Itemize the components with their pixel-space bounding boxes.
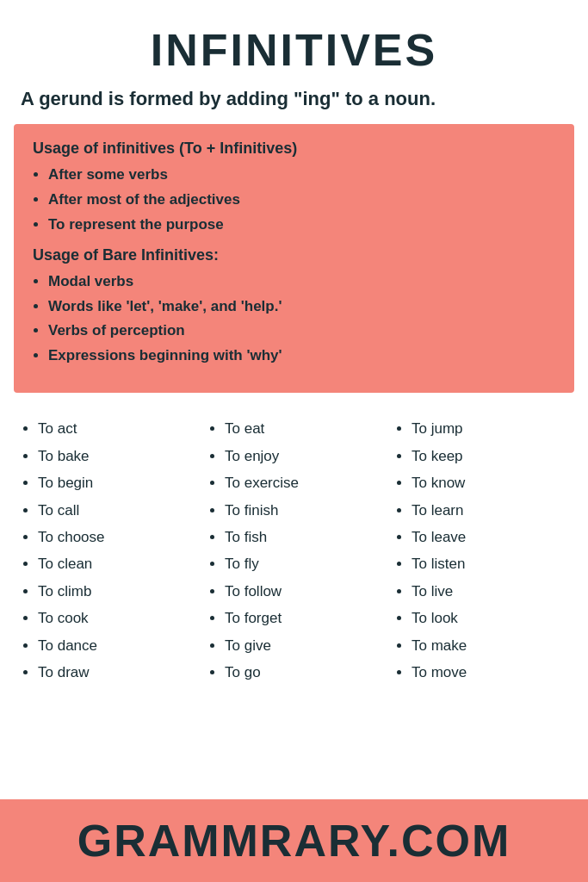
- list-item: To go: [225, 659, 381, 686]
- list-item: To fish: [225, 524, 381, 550]
- list-item: To enjoy: [225, 443, 381, 469]
- list-item: To act: [38, 415, 194, 442]
- section2-list: Modal verbs Words like 'let', 'make', an…: [48, 270, 555, 370]
- list-item: To move: [412, 659, 567, 686]
- footer-text: GRAMMRARY.COM: [17, 815, 571, 866]
- page-wrapper: INFINITIVES A gerund is formed by adding…: [0, 0, 588, 882]
- list-item: To follow: [225, 578, 381, 605]
- list-item: To keep: [412, 443, 567, 469]
- word-columns: To act To bake To begin To call To choos…: [14, 415, 574, 686]
- col1-list: To act To bake To begin To call To choos…: [38, 415, 194, 686]
- section1-list: After some verbs After most of the adjec…: [48, 163, 555, 238]
- list-item: To look: [412, 605, 567, 631]
- list-item: To make: [412, 632, 567, 659]
- list-item: To choose: [38, 524, 194, 550]
- list-item: To learn: [412, 497, 567, 524]
- list-item: To leave: [412, 524, 567, 550]
- list-item: To climb: [38, 578, 194, 605]
- list-item: To exercise: [225, 469, 381, 496]
- info-box: Usage of infinitives (To + Infinitives) …: [14, 124, 574, 393]
- list-item: To know: [412, 469, 567, 496]
- word-list-section: To act To bake To begin To call To choos…: [0, 407, 588, 799]
- list-item: To jump: [412, 415, 567, 442]
- section2-title: Usage of Bare Infinitives:: [33, 246, 555, 264]
- list-item: To finish: [225, 497, 381, 524]
- list-item: To cook: [38, 605, 194, 631]
- list-item: To draw: [38, 659, 194, 686]
- col2-list: To eat To enjoy To exercise To finish To…: [225, 415, 381, 686]
- word-column-3: To jump To keep To know To learn To leav…: [387, 415, 574, 686]
- list-item: Expressions beginning with 'why': [48, 344, 555, 369]
- list-item: To eat: [225, 415, 381, 442]
- list-item: To call: [38, 497, 194, 524]
- list-item: Words like 'let', 'make', and 'help.': [48, 295, 555, 320]
- word-column-1: To act To bake To begin To call To choos…: [14, 415, 201, 686]
- list-item: After most of the adjectives: [48, 188, 555, 213]
- list-item: To represent the purpose: [48, 213, 555, 238]
- list-item: To live: [412, 578, 567, 605]
- list-item: To fly: [225, 550, 381, 577]
- list-item: To forget: [225, 605, 381, 631]
- page-title: INFINITIVES: [0, 0, 588, 84]
- list-item: To bake: [38, 443, 194, 469]
- section1-title: Usage of infinitives (To + Infinitives): [33, 140, 555, 158]
- list-item: To clean: [38, 550, 194, 577]
- col3-list: To jump To keep To know To learn To leav…: [412, 415, 567, 686]
- list-item: To listen: [412, 550, 567, 577]
- list-item: Modal verbs: [48, 270, 555, 295]
- subtitle: A gerund is formed by adding "ing" to a …: [0, 84, 588, 124]
- list-item: To begin: [38, 469, 194, 496]
- list-item: Verbs of perception: [48, 319, 555, 344]
- list-item: To give: [225, 632, 381, 659]
- list-item: After some verbs: [48, 163, 555, 188]
- footer: GRAMMRARY.COM: [0, 799, 588, 882]
- list-item: To dance: [38, 632, 194, 659]
- word-column-2: To eat To enjoy To exercise To finish To…: [201, 415, 387, 686]
